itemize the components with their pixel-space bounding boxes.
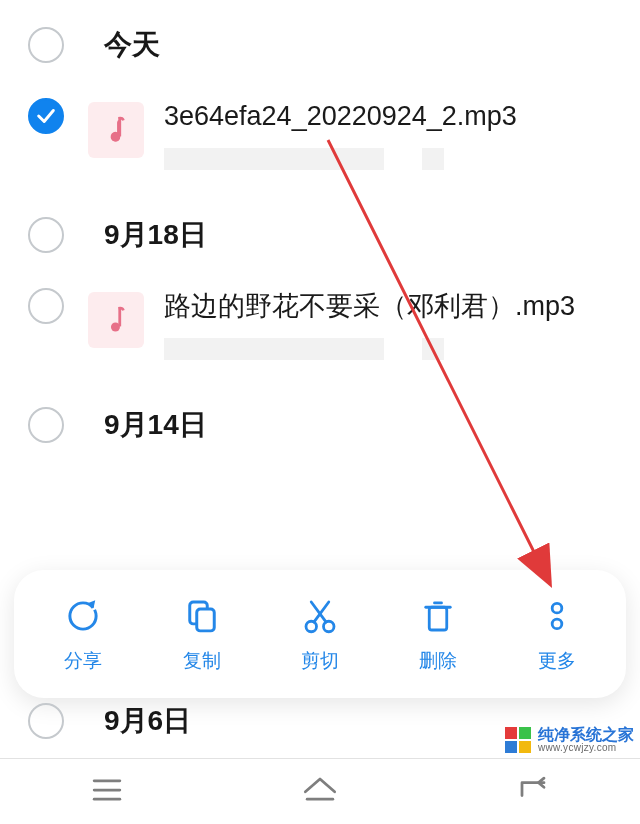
section-title: 今天 bbox=[104, 26, 160, 64]
section-title: 9月14日 bbox=[104, 406, 207, 444]
section-title: 9月6日 bbox=[104, 702, 191, 740]
check-icon bbox=[35, 105, 57, 127]
checkbox-unchecked[interactable] bbox=[28, 217, 64, 253]
checkbox-unchecked[interactable] bbox=[28, 407, 64, 443]
copy-icon bbox=[181, 594, 223, 638]
file-row[interactable]: 3e64efa24_20220924_2.mp3 bbox=[0, 80, 640, 200]
share-button[interactable]: 分享 bbox=[33, 594, 133, 674]
checkbox-unchecked[interactable] bbox=[28, 288, 64, 324]
redacted-meta bbox=[164, 338, 444, 360]
file-text: 路边的野花不要采（邓利君）.mp3 bbox=[164, 288, 640, 360]
svg-rect-11 bbox=[430, 607, 448, 630]
more-button[interactable]: 更多 bbox=[507, 594, 607, 674]
music-icon bbox=[88, 102, 144, 158]
file-body: 3e64efa24_20220924_2.mp3 bbox=[88, 98, 640, 170]
tool-label: 分享 bbox=[64, 648, 102, 674]
checkbox-checked[interactable] bbox=[28, 98, 64, 134]
file-name: 3e64efa24_20220924_2.mp3 bbox=[164, 98, 620, 134]
watermark: 纯净系统之家 www.ycwjzy.com bbox=[504, 726, 634, 754]
watermark-title: 纯净系统之家 bbox=[538, 727, 634, 743]
music-icon bbox=[88, 292, 144, 348]
redacted-meta bbox=[164, 148, 444, 170]
back-icon bbox=[511, 770, 555, 810]
action-toolbar: 分享 复制 剪切 删除 更多 bbox=[14, 570, 626, 698]
share-icon bbox=[62, 594, 104, 638]
file-body: 路边的野花不要采（邓利君）.mp3 bbox=[88, 288, 640, 360]
file-text: 3e64efa24_20220924_2.mp3 bbox=[164, 98, 640, 170]
home-icon bbox=[298, 770, 342, 810]
svg-line-9 bbox=[314, 602, 329, 622]
file-list: 今天 3e64efa24_20220924_2.mp3 9月18日 路边的野花不… bbox=[0, 0, 640, 460]
watermark-url: www.ycwjzy.com bbox=[538, 743, 634, 753]
svg-point-15 bbox=[552, 619, 562, 629]
tool-label: 剪切 bbox=[301, 648, 339, 674]
cut-icon bbox=[299, 594, 341, 638]
delete-button[interactable]: 删除 bbox=[388, 594, 488, 674]
system-navbar bbox=[0, 758, 640, 824]
tool-label: 更多 bbox=[538, 648, 576, 674]
section-sep18[interactable]: 9月18日 bbox=[0, 200, 640, 270]
tool-label: 删除 bbox=[419, 648, 457, 674]
nav-home-button[interactable] bbox=[298, 770, 342, 814]
menu-icon bbox=[85, 770, 129, 810]
svg-rect-6 bbox=[196, 609, 214, 631]
copy-button[interactable]: 复制 bbox=[152, 594, 252, 674]
svg-line-10 bbox=[311, 602, 326, 622]
section-sep14[interactable]: 9月14日 bbox=[0, 390, 640, 460]
section-title: 9月18日 bbox=[104, 216, 207, 254]
tool-label: 复制 bbox=[183, 648, 221, 674]
nav-menu-button[interactable] bbox=[85, 770, 129, 814]
checkbox-unchecked[interactable] bbox=[28, 703, 64, 739]
svg-rect-3 bbox=[118, 308, 121, 326]
nav-back-button[interactable] bbox=[511, 770, 555, 814]
watermark-logo-icon bbox=[504, 726, 532, 754]
checkbox-unchecked[interactable] bbox=[28, 27, 64, 63]
file-row[interactable]: 路边的野花不要采（邓利君）.mp3 bbox=[0, 270, 640, 390]
section-today[interactable]: 今天 bbox=[0, 10, 640, 80]
file-name: 路边的野花不要采（邓利君）.mp3 bbox=[164, 288, 620, 324]
more-icon bbox=[536, 594, 578, 638]
delete-icon bbox=[417, 594, 459, 638]
svg-point-14 bbox=[552, 603, 562, 613]
cut-button[interactable]: 剪切 bbox=[270, 594, 370, 674]
svg-rect-1 bbox=[118, 118, 121, 136]
